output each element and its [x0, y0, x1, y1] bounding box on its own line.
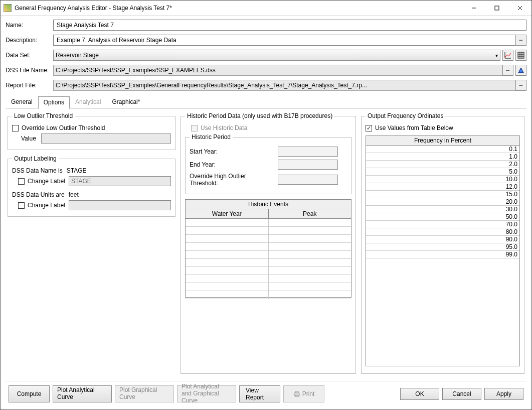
override-high-outlier-label: Override High Outlier Threshold: — [190, 173, 275, 187]
override-high-outlier-input — [278, 175, 338, 185]
historic-events-title: Historic Events — [186, 200, 351, 209]
frequency-row[interactable]: 2.0 — [366, 161, 519, 168]
dssfile-label: DSS File Name: — [6, 67, 53, 74]
change-units-label-checkbox[interactable] — [18, 202, 25, 209]
ok-button[interactable]: OK — [400, 388, 439, 400]
titlebar: General Frequency Analysis Editor - Stag… — [1, 1, 531, 16]
printer-icon — [293, 390, 300, 397]
plot-dataset-icon[interactable] — [502, 50, 513, 61]
frequency-row[interactable]: 5.0 — [366, 168, 519, 176]
start-year-input — [278, 147, 338, 157]
svg-rect-4 — [518, 52, 524, 58]
print-button: Print — [283, 385, 324, 402]
frequency-row[interactable]: 50.0 — [366, 213, 519, 221]
options-panel: Low Outlier Threshold Override Low Outli… — [6, 108, 526, 381]
dssfile-input[interactable]: C:/Projects/SSP/Test/SSP_Examples/SSP_EX… — [53, 65, 503, 76]
peak-header: Peak — [269, 209, 351, 218]
tab-options[interactable]: Options — [38, 96, 70, 109]
frequency-row[interactable]: 12.0 — [366, 183, 519, 191]
minimize-button[interactable] — [462, 1, 485, 16]
historic-period-group: Historic Period Data (only used with B17… — [181, 112, 356, 374]
change-name-label-checkbox[interactable] — [18, 178, 25, 185]
frequency-row[interactable]: 20.0 — [366, 198, 519, 206]
output-labeling-legend: Output Labeling — [12, 155, 59, 162]
reportfile-browse-button[interactable]: ••• — [515, 80, 526, 91]
plot-dssfile-icon[interactable] — [515, 65, 526, 76]
low-outlier-value-label: Value — [21, 135, 41, 142]
change-name-label-input: STAGE — [69, 176, 171, 186]
historic-period-inner-legend: Historic Period — [190, 133, 233, 141]
svg-rect-1 — [495, 6, 499, 10]
historic-events-rows — [186, 219, 351, 299]
frequency-row[interactable]: 0.1 — [366, 146, 519, 153]
apply-button[interactable]: Apply — [484, 388, 523, 400]
frequency-row[interactable]: 99.0 — [366, 251, 519, 258]
frequency-row[interactable]: 95.0 — [366, 243, 519, 251]
svg-rect-10 — [295, 391, 298, 393]
frequency-row[interactable]: 70.0 — [366, 221, 519, 228]
plot-analytical-curve-button[interactable]: Plot Analytical Curve — [53, 385, 112, 402]
description-browse-button[interactable]: ••• — [515, 35, 526, 46]
dss-name-value: STAGE — [67, 167, 87, 174]
dss-name-is-label: DSS Data Name is — [12, 167, 63, 174]
tab-analytical: Analytical — [70, 96, 106, 108]
frequency-header: Frequency in Percent — [366, 136, 519, 146]
override-low-outlier-checkbox[interactable] — [12, 125, 19, 131]
editor-window: General Frequency Analysis Editor - Stag… — [0, 0, 532, 410]
frequency-table[interactable]: Frequency in Percent 0.11.02.05.010.012.… — [366, 135, 520, 366]
frequency-row[interactable]: 10.0 — [366, 176, 519, 183]
bottom-bar: Compute Plot Analytical Curve Plot Graph… — [6, 381, 526, 406]
plot-analytical-and-graphical-curve-button: Plot Analytical and Graphical Curve — [177, 385, 236, 402]
description-label: Description: — [6, 37, 53, 44]
cancel-button[interactable]: Cancel — [442, 388, 481, 400]
view-report-button[interactable]: View Report — [239, 385, 280, 402]
window-controls — [462, 1, 531, 16]
use-historic-data-label: Use Historic Data — [201, 124, 247, 131]
low-outlier-group: Low Outlier Threshold Override Low Outli… — [8, 112, 175, 150]
frequency-row[interactable]: 90.0 — [366, 236, 519, 243]
chevron-down-icon: ▾ — [495, 53, 498, 58]
content-area: Name: Description: ••• Data Set: Reservo… — [1, 16, 531, 409]
app-icon — [4, 4, 12, 12]
change-units-label-input — [69, 200, 171, 210]
frequency-row[interactable]: 1.0 — [366, 153, 519, 161]
close-button[interactable] — [508, 1, 531, 16]
start-year-label: Start Year: — [190, 148, 275, 155]
low-outlier-value-input — [41, 133, 171, 144]
use-historic-data-checkbox — [191, 125, 198, 131]
dataset-combo[interactable]: Reservoir Stage ▾ — [53, 50, 500, 61]
use-values-from-table-checkbox[interactable] — [366, 125, 372, 131]
use-values-from-table-label: Use Values from Table Below — [375, 124, 453, 131]
change-name-label-text: Change Label — [28, 178, 69, 185]
reportfile-input[interactable]: C:\Projects\SSP\Test\SSP_Examples\Genera… — [53, 80, 516, 91]
dss-units-value: feet — [69, 191, 79, 198]
tab-general[interactable]: General — [6, 96, 38, 108]
dssfile-browse-button[interactable]: ••• — [502, 65, 513, 76]
frequency-row[interactable]: 80.0 — [366, 228, 519, 236]
output-frequency-legend: Output Frequency Ordinates — [366, 112, 445, 119]
low-outlier-legend: Low Outlier Threshold — [12, 112, 75, 119]
output-frequency-group: Output Frequency Ordinates Use Values fr… — [361, 112, 524, 374]
name-input[interactable] — [53, 20, 526, 31]
dss-units-are-label: DSS Data Units are — [12, 191, 65, 198]
table-dataset-icon[interactable] — [515, 50, 526, 61]
reportfile-label: Report File: — [6, 82, 53, 89]
historic-events-table: Historic Events Water Year Peak — [185, 199, 351, 298]
frequency-row[interactable]: 15.0 — [366, 191, 519, 198]
name-label: Name: — [6, 22, 53, 29]
window-title: General Frequency Analysis Editor - Stag… — [15, 5, 462, 12]
output-labeling-group: Output Labeling DSS Data Name is STAGE C… — [8, 155, 175, 217]
frequency-row[interactable]: 30.0 — [366, 206, 519, 213]
end-year-input — [278, 160, 338, 170]
water-year-header: Water Year — [186, 209, 269, 218]
historic-period-inner-group: Historic Period Start Year: End Year: Ov… — [185, 133, 351, 194]
compute-button[interactable]: Compute — [9, 385, 50, 402]
dataset-label: Data Set: — [6, 52, 53, 59]
end-year-label: End Year: — [190, 161, 275, 168]
maximize-button[interactable] — [485, 1, 508, 16]
change-units-label-text: Change Label — [28, 202, 69, 209]
tab-graphical[interactable]: Graphical* — [106, 96, 145, 108]
description-input[interactable] — [53, 35, 516, 46]
frequency-body: 0.11.02.05.010.012.015.020.030.050.070.0… — [366, 146, 519, 366]
dataset-value: Reservoir Stage — [56, 52, 99, 59]
